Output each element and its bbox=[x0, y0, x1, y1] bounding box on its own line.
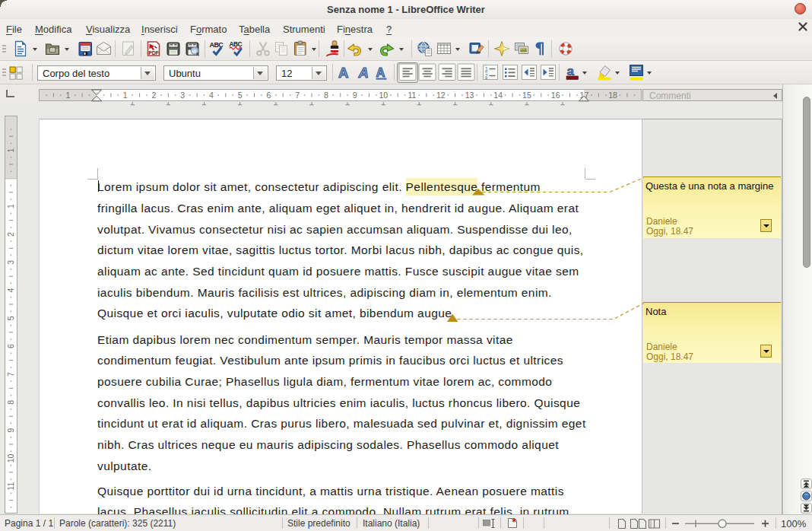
svg-text:9: 9 bbox=[353, 91, 357, 100]
svg-text:1: 1 bbox=[6, 204, 15, 208]
svg-text:14: 14 bbox=[493, 91, 503, 100]
svg-text:ABC: ABC bbox=[210, 41, 224, 49]
svg-text:10: 10 bbox=[379, 91, 388, 100]
svg-text:*: * bbox=[512, 517, 517, 528]
svg-text:10: 10 bbox=[6, 453, 15, 463]
svg-text:1: 1 bbox=[485, 66, 488, 72]
svg-text:16: 16 bbox=[551, 91, 560, 100]
svg-text:5: 5 bbox=[6, 316, 15, 320]
svg-text:A: A bbox=[338, 65, 348, 81]
svg-text:ABC: ABC bbox=[230, 40, 243, 48]
svg-text:4: 4 bbox=[6, 288, 15, 293]
svg-text:8: 8 bbox=[324, 91, 328, 100]
svg-text:A: A bbox=[358, 65, 369, 81]
svg-text:7: 7 bbox=[295, 91, 300, 100]
svg-text:15: 15 bbox=[522, 91, 531, 100]
svg-text:11: 11 bbox=[408, 91, 417, 100]
svg-text:1: 1 bbox=[6, 148, 15, 153]
svg-text:1: 1 bbox=[123, 91, 128, 100]
svg-text:18: 18 bbox=[608, 91, 617, 100]
svg-text:13: 13 bbox=[465, 91, 474, 100]
svg-text:9: 9 bbox=[6, 428, 15, 433]
svg-text:11: 11 bbox=[6, 482, 15, 491]
svg-text:2: 2 bbox=[152, 91, 157, 100]
svg-text:4: 4 bbox=[209, 91, 214, 100]
svg-text:6: 6 bbox=[266, 91, 271, 100]
svg-text:2: 2 bbox=[6, 232, 15, 237]
svg-text:12: 12 bbox=[436, 91, 446, 100]
svg-text:6: 6 bbox=[6, 344, 15, 348]
svg-text:5: 5 bbox=[238, 91, 243, 100]
svg-text:A: A bbox=[376, 65, 385, 79]
svg-text:PDF: PDF bbox=[148, 50, 159, 56]
svg-text:3: 3 bbox=[180, 91, 185, 100]
svg-text:2: 2 bbox=[485, 73, 488, 78]
svg-text:1: 1 bbox=[65, 91, 70, 100]
svg-text:3: 3 bbox=[6, 260, 15, 265]
svg-text:7: 7 bbox=[6, 372, 15, 377]
svg-text:8: 8 bbox=[6, 400, 15, 405]
